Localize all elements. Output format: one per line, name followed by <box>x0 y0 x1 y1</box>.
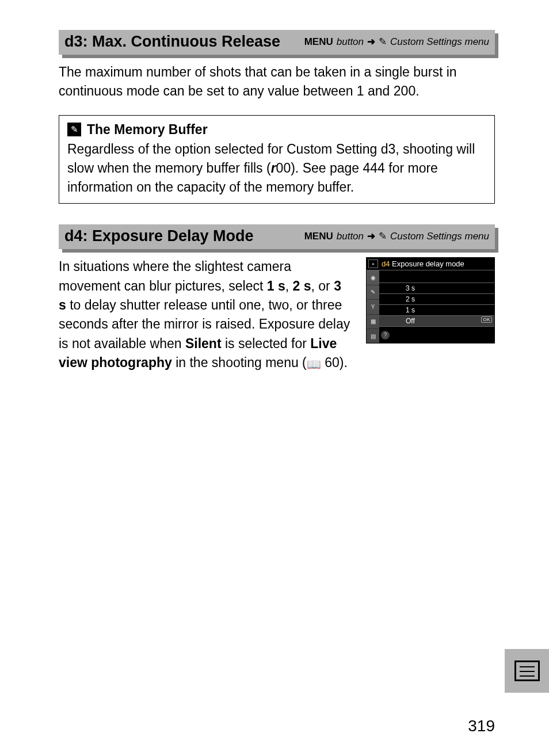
arrow-right-icon: ➜ <box>367 230 375 242</box>
d4-body-text: In situations where the slightest camera… <box>59 257 351 373</box>
d4-1s: 1 s <box>267 278 285 293</box>
menu-label: MENU <box>304 36 333 48</box>
help-icon: ? <box>381 331 390 339</box>
camera-lcd-screenshot: ▸ d4 Exposure delay mode ◉ ✎ Y ▦ ▤ 3 s 2… <box>366 257 495 343</box>
lcd-side-icon: ✎ <box>367 285 379 300</box>
lcd-sidebar: ◉ ✎ Y ▦ ▤ <box>367 270 379 343</box>
d4-2s: 2 s <box>293 278 311 293</box>
page-number: 319 <box>468 717 495 735</box>
buffer-r-icon: r <box>271 161 276 175</box>
book-icon: 📖 <box>307 356 321 373</box>
lcd-title: ▸ d4 Exposure delay mode <box>367 258 494 270</box>
lcd-option-list: 3 s 2 s 1 s Off OK ? <box>379 270 494 343</box>
menu-button-word: button <box>337 36 364 48</box>
buffer-value: 00 <box>276 161 291 175</box>
pencil-icon: ✎ <box>379 230 387 242</box>
menu-label: MENU <box>304 231 333 242</box>
heading-d3-path: MENU button ➜ ✎ Custom Settings menu <box>304 36 489 48</box>
ok-icon: OK <box>481 316 492 323</box>
heading-d3: d3: Max. Continuous Release MENU button … <box>59 30 495 55</box>
lcd-title-prefix: d4 <box>382 259 390 268</box>
memory-buffer-note: ✎ The Memory Buffer Regardless of the op… <box>59 115 495 204</box>
lcd-option: 1 s <box>379 304 494 315</box>
section-tab-icon <box>505 649 549 693</box>
lcd-option: 2 s <box>379 293 494 304</box>
path-tail: Custom Settings menu <box>390 231 489 242</box>
lcd-title-text: Exposure delay mode <box>392 259 464 268</box>
path-tail: Custom Settings menu <box>390 36 489 48</box>
heading-d4-path: MENU button ➜ ✎ Custom Settings menu <box>304 230 489 242</box>
lcd-side-icon: Y <box>367 300 379 314</box>
lcd-side-icon: ▤ <box>367 329 379 343</box>
heading-d4: d4: Exposure Delay Mode MENU button ➜ ✎ … <box>59 224 495 249</box>
lcd-option-selected: Off OK <box>379 315 494 326</box>
lcd-side-icon: ▦ <box>367 315 379 329</box>
d4-text: In situations where the slightest camera… <box>59 259 291 293</box>
menu-list-icon <box>514 660 540 681</box>
note-pencil-icon: ✎ <box>67 123 81 136</box>
heading-d4-title: d4: Exposure Delay Mode <box>64 227 254 245</box>
lcd-option: 3 s <box>379 282 494 293</box>
d4-page-ref: 60). <box>321 355 348 370</box>
play-icon: ▸ <box>368 259 378 268</box>
menu-button-word: button <box>337 231 364 242</box>
note-title: The Memory Buffer <box>87 120 208 139</box>
arrow-right-icon: ➜ <box>367 36 375 48</box>
heading-d3-title: d3: Max. Continuous Release <box>64 33 280 51</box>
pencil-icon: ✎ <box>379 36 387 48</box>
lcd-footer: ? <box>379 326 494 343</box>
d3-body-text: The maximum number of shots that can be … <box>59 63 495 101</box>
lcd-side-icon: ◉ <box>367 270 379 285</box>
d4-silent: Silent <box>185 336 222 351</box>
